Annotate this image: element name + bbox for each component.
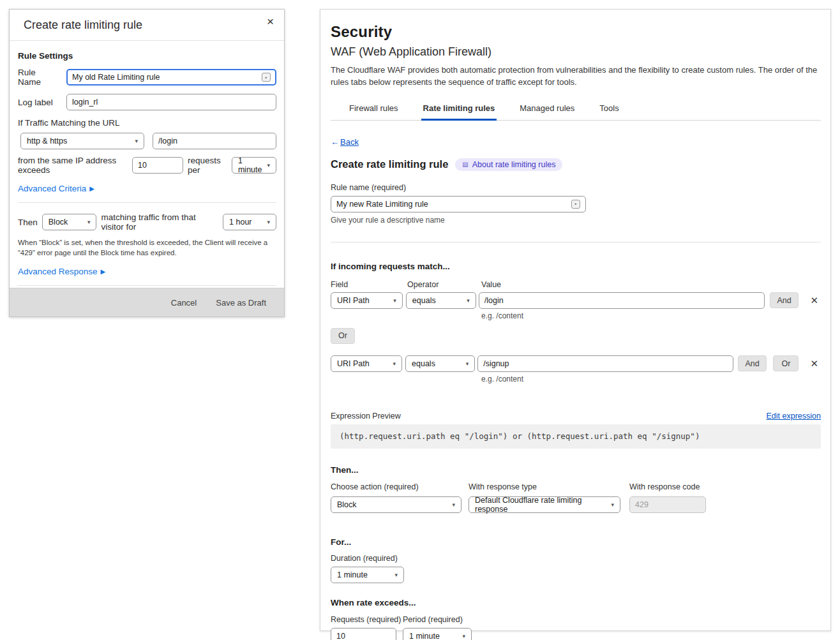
autofill-icon[interactable]: ▪ bbox=[571, 200, 580, 209]
threshold-mid-text: requests per bbox=[188, 156, 227, 175]
rate-labels-row: Requests (required) Period (required) bbox=[331, 615, 821, 624]
or-connector-button[interactable]: Or bbox=[331, 328, 355, 344]
operator-select-value: equals bbox=[412, 296, 436, 305]
chevron-down-icon: ▾ bbox=[135, 138, 138, 144]
ban-duration-value: 1 hour bbox=[229, 218, 251, 227]
operator-select[interactable]: equals ▾ bbox=[405, 355, 475, 372]
field-select-value: URI Path bbox=[337, 296, 370, 305]
rate-exceeds-heading: When rate exceeds... bbox=[331, 598, 821, 607]
edit-expression-link[interactable]: Edit expression bbox=[767, 412, 821, 420]
collapse-arrow-icon: ▶ bbox=[101, 268, 106, 275]
log-label-row: Log label bbox=[18, 94, 276, 110]
security-waf-panel: Security WAF (Web Application Firewall) … bbox=[320, 9, 831, 631]
operator-select[interactable]: equals ▾ bbox=[406, 292, 476, 309]
chevron-down-icon: ▾ bbox=[393, 297, 396, 304]
incoming-requests-heading: If incoming requests match... bbox=[331, 262, 821, 271]
advanced-response-link[interactable]: Advanced Response ▶ bbox=[18, 267, 105, 276]
expression-code: (http.request.uri.path eq "/login") or (… bbox=[331, 424, 821, 449]
back-link[interactable]: ← Back bbox=[331, 137, 359, 147]
value-field-wrap bbox=[479, 292, 765, 309]
value-input[interactable] bbox=[483, 359, 728, 368]
divider bbox=[18, 285, 276, 286]
remove-rule-icon[interactable]: ✕ bbox=[807, 294, 821, 306]
duration-select[interactable]: 1 minute ▾ bbox=[331, 567, 404, 583]
back-arrow-icon: ← bbox=[331, 137, 339, 147]
waf-tabs: Firewall rules Rate limiting rules Manag… bbox=[331, 100, 821, 121]
tab-rate-limiting-rules[interactable]: Rate limiting rules bbox=[421, 100, 497, 121]
modal-header: Create rate limiting rule × bbox=[10, 10, 284, 41]
page-description: The Cloudflare WAF provides both automat… bbox=[331, 64, 821, 89]
log-label-input[interactable] bbox=[72, 98, 271, 107]
rule-name-input[interactable] bbox=[72, 73, 262, 82]
modal-title: Create rate limiting rule bbox=[24, 19, 270, 32]
or-button[interactable]: Or bbox=[773, 355, 799, 371]
response-code-label: With response code bbox=[629, 482, 706, 491]
rule-name-input[interactable] bbox=[336, 200, 571, 209]
operator-column-label: Operator bbox=[407, 280, 481, 289]
rule-name-label: Rule name (required) bbox=[331, 183, 821, 192]
action-column: Choose action (required) Block ▾ bbox=[331, 482, 461, 513]
cancel-button[interactable]: Cancel bbox=[171, 298, 197, 308]
duration-value: 1 minute bbox=[337, 570, 368, 579]
close-icon[interactable]: × bbox=[263, 13, 278, 30]
value-field-wrap bbox=[477, 355, 733, 372]
period-value: 1 minute bbox=[409, 632, 440, 640]
requests-input[interactable] bbox=[336, 632, 391, 640]
advanced-criteria-link[interactable]: Advanced Criteria ▶ bbox=[18, 184, 94, 193]
rule-name-row: Rule Name ▪ bbox=[18, 68, 276, 87]
chevron-down-icon: ▾ bbox=[467, 297, 470, 304]
action-select[interactable]: Block ▾ bbox=[42, 214, 97, 230]
tab-firewall-rules[interactable]: Firewall rules bbox=[347, 100, 400, 120]
response-type-value: Default Cloudflare rate limiting respons… bbox=[475, 496, 606, 514]
chevron-down-icon: ▾ bbox=[466, 361, 469, 367]
value-input[interactable] bbox=[484, 296, 759, 305]
about-rate-limiting-rules-link[interactable]: ▤ About rate limiting rules bbox=[455, 158, 562, 171]
field-select[interactable]: URI Path ▾ bbox=[331, 292, 403, 309]
response-type-column: With response type Default Cloudflare ra… bbox=[469, 482, 620, 513]
value-column-label: Value bbox=[481, 280, 501, 289]
expression-preview-label: Expression Preview bbox=[331, 412, 401, 420]
duration-label: Duration (required) bbox=[331, 554, 821, 563]
value-example-hint: e.g. /content bbox=[481, 375, 821, 383]
rule-settings-heading: Rule Settings bbox=[18, 51, 276, 61]
log-label-field-wrap bbox=[66, 94, 276, 110]
value-example-hint: e.g. /content bbox=[481, 311, 821, 320]
choose-action-select[interactable]: Block ▾ bbox=[331, 496, 461, 513]
period-label: Period (required) bbox=[403, 615, 463, 624]
collapse-arrow-icon: ▶ bbox=[89, 185, 94, 192]
autofill-icon[interactable]: ▪ bbox=[262, 73, 271, 82]
threshold-period-select[interactable]: 1 minute ▾ bbox=[232, 157, 276, 174]
chevron-down-icon: ▾ bbox=[267, 219, 270, 225]
threshold-prefix-text: from the same IP address exceeds bbox=[18, 156, 128, 175]
response-type-select[interactable]: Default Cloudflare rate limiting respons… bbox=[469, 496, 620, 513]
chevron-down-icon: ▾ bbox=[87, 219, 91, 225]
response-type-label: With response type bbox=[469, 482, 620, 491]
traffic-match-row: http & https ▾ bbox=[20, 133, 276, 149]
and-button[interactable]: And bbox=[738, 355, 767, 371]
threshold-row: from the same IP address exceeds request… bbox=[18, 156, 276, 175]
scheme-select[interactable]: http & https ▾ bbox=[20, 133, 144, 149]
ban-duration-select[interactable]: 1 hour ▾ bbox=[223, 214, 276, 230]
chevron-down-icon: ▾ bbox=[611, 502, 614, 508]
for-heading: For... bbox=[331, 537, 821, 547]
advanced-criteria-row: Advanced Criteria ▶ bbox=[18, 182, 276, 194]
response-code-column: With response code bbox=[629, 482, 706, 513]
create-rate-limiting-rule-modal: Create rate limiting rule × Rule Setting… bbox=[9, 9, 285, 317]
advanced-criteria-text: Advanced Criteria bbox=[18, 184, 86, 193]
threshold-input[interactable] bbox=[138, 161, 177, 170]
url-field-wrap bbox=[153, 133, 276, 149]
match-column-labels: Field Operator Value bbox=[331, 280, 821, 289]
and-button[interactable]: And bbox=[770, 292, 799, 308]
tab-tools[interactable]: Tools bbox=[597, 100, 620, 120]
save-as-draft-button[interactable]: Save as Draft bbox=[216, 298, 266, 308]
rule-name-field-wrap: ▪ bbox=[66, 69, 276, 86]
remove-rule-icon[interactable]: ✕ bbox=[807, 357, 821, 369]
field-select[interactable]: URI Path ▾ bbox=[331, 355, 402, 372]
field-column-label: Field bbox=[331, 280, 407, 289]
period-select[interactable]: 1 minute ▾ bbox=[403, 628, 472, 640]
url-input[interactable] bbox=[158, 137, 271, 145]
block-note-text: When “Block” is set, when the threshold … bbox=[18, 237, 276, 258]
rate-controls-row: 1 minute ▾ bbox=[331, 628, 821, 640]
tab-managed-rules[interactable]: Managed rules bbox=[518, 100, 576, 120]
form-title-row: Create rate limiting rule ▤ About rate l… bbox=[331, 158, 821, 171]
